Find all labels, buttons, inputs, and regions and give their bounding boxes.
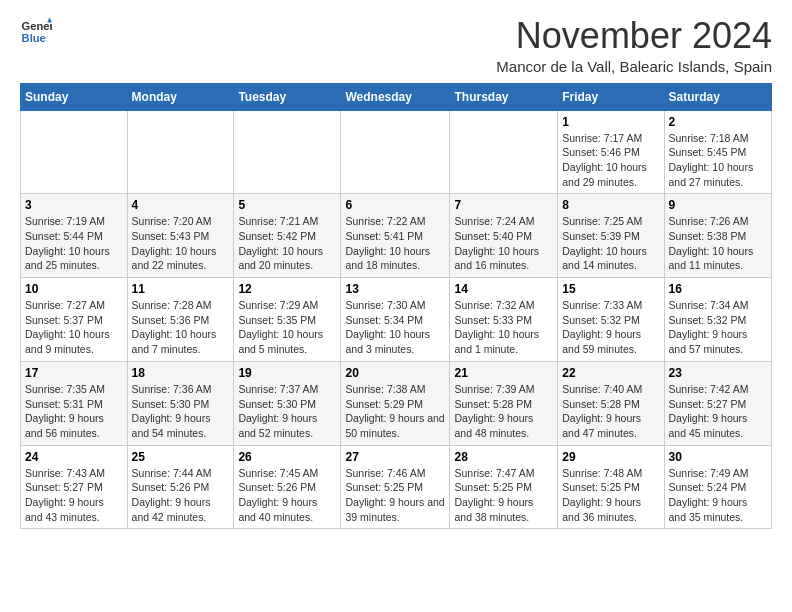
calendar-cell: 5Sunrise: 7:21 AM Sunset: 5:42 PM Daylig… bbox=[234, 194, 341, 278]
day-info: Sunrise: 7:18 AM Sunset: 5:45 PM Dayligh… bbox=[669, 131, 767, 190]
weekday-header-friday: Friday bbox=[558, 83, 664, 110]
calendar-cell: 13Sunrise: 7:30 AM Sunset: 5:34 PM Dayli… bbox=[341, 278, 450, 362]
calendar-cell: 1Sunrise: 7:17 AM Sunset: 5:46 PM Daylig… bbox=[558, 110, 664, 194]
day-number: 28 bbox=[454, 450, 553, 464]
day-number: 4 bbox=[132, 198, 230, 212]
day-info: Sunrise: 7:28 AM Sunset: 5:36 PM Dayligh… bbox=[132, 298, 230, 357]
day-number: 14 bbox=[454, 282, 553, 296]
calendar-cell bbox=[341, 110, 450, 194]
logo: General Blue bbox=[20, 16, 52, 48]
day-number: 7 bbox=[454, 198, 553, 212]
calendar-cell bbox=[450, 110, 558, 194]
day-info: Sunrise: 7:26 AM Sunset: 5:38 PM Dayligh… bbox=[669, 214, 767, 273]
day-info: Sunrise: 7:39 AM Sunset: 5:28 PM Dayligh… bbox=[454, 382, 553, 441]
day-info: Sunrise: 7:34 AM Sunset: 5:32 PM Dayligh… bbox=[669, 298, 767, 357]
weekday-header-row: SundayMondayTuesdayWednesdayThursdayFrid… bbox=[21, 83, 772, 110]
day-number: 9 bbox=[669, 198, 767, 212]
calendar-cell: 24Sunrise: 7:43 AM Sunset: 5:27 PM Dayli… bbox=[21, 445, 128, 529]
day-info: Sunrise: 7:20 AM Sunset: 5:43 PM Dayligh… bbox=[132, 214, 230, 273]
day-info: Sunrise: 7:47 AM Sunset: 5:25 PM Dayligh… bbox=[454, 466, 553, 525]
calendar-cell: 22Sunrise: 7:40 AM Sunset: 5:28 PM Dayli… bbox=[558, 361, 664, 445]
calendar-cell: 19Sunrise: 7:37 AM Sunset: 5:30 PM Dayli… bbox=[234, 361, 341, 445]
calendar-cell: 2Sunrise: 7:18 AM Sunset: 5:45 PM Daylig… bbox=[664, 110, 771, 194]
day-info: Sunrise: 7:21 AM Sunset: 5:42 PM Dayligh… bbox=[238, 214, 336, 273]
weekday-header-sunday: Sunday bbox=[21, 83, 128, 110]
calendar-cell: 25Sunrise: 7:44 AM Sunset: 5:26 PM Dayli… bbox=[127, 445, 234, 529]
calendar-cell: 3Sunrise: 7:19 AM Sunset: 5:44 PM Daylig… bbox=[21, 194, 128, 278]
calendar-cell: 16Sunrise: 7:34 AM Sunset: 5:32 PM Dayli… bbox=[664, 278, 771, 362]
day-info: Sunrise: 7:42 AM Sunset: 5:27 PM Dayligh… bbox=[669, 382, 767, 441]
day-number: 12 bbox=[238, 282, 336, 296]
calendar-table: SundayMondayTuesdayWednesdayThursdayFrid… bbox=[20, 83, 772, 530]
weekday-header-wednesday: Wednesday bbox=[341, 83, 450, 110]
day-info: Sunrise: 7:33 AM Sunset: 5:32 PM Dayligh… bbox=[562, 298, 659, 357]
calendar-cell: 8Sunrise: 7:25 AM Sunset: 5:39 PM Daylig… bbox=[558, 194, 664, 278]
day-number: 5 bbox=[238, 198, 336, 212]
calendar-cell bbox=[234, 110, 341, 194]
calendar-cell: 4Sunrise: 7:20 AM Sunset: 5:43 PM Daylig… bbox=[127, 194, 234, 278]
day-info: Sunrise: 7:27 AM Sunset: 5:37 PM Dayligh… bbox=[25, 298, 123, 357]
day-number: 3 bbox=[25, 198, 123, 212]
calendar-cell: 6Sunrise: 7:22 AM Sunset: 5:41 PM Daylig… bbox=[341, 194, 450, 278]
day-info: Sunrise: 7:17 AM Sunset: 5:46 PM Dayligh… bbox=[562, 131, 659, 190]
calendar-cell: 23Sunrise: 7:42 AM Sunset: 5:27 PM Dayli… bbox=[664, 361, 771, 445]
day-number: 1 bbox=[562, 115, 659, 129]
day-info: Sunrise: 7:46 AM Sunset: 5:25 PM Dayligh… bbox=[345, 466, 445, 525]
calendar-cell: 14Sunrise: 7:32 AM Sunset: 5:33 PM Dayli… bbox=[450, 278, 558, 362]
day-number: 13 bbox=[345, 282, 445, 296]
page-header: General Blue November 2024 Mancor de la … bbox=[20, 16, 772, 75]
calendar-cell: 18Sunrise: 7:36 AM Sunset: 5:30 PM Dayli… bbox=[127, 361, 234, 445]
day-info: Sunrise: 7:35 AM Sunset: 5:31 PM Dayligh… bbox=[25, 382, 123, 441]
calendar-cell: 20Sunrise: 7:38 AM Sunset: 5:29 PM Dayli… bbox=[341, 361, 450, 445]
day-info: Sunrise: 7:36 AM Sunset: 5:30 PM Dayligh… bbox=[132, 382, 230, 441]
day-info: Sunrise: 7:49 AM Sunset: 5:24 PM Dayligh… bbox=[669, 466, 767, 525]
calendar-cell: 12Sunrise: 7:29 AM Sunset: 5:35 PM Dayli… bbox=[234, 278, 341, 362]
calendar-cell: 29Sunrise: 7:48 AM Sunset: 5:25 PM Dayli… bbox=[558, 445, 664, 529]
weekday-header-tuesday: Tuesday bbox=[234, 83, 341, 110]
day-info: Sunrise: 7:25 AM Sunset: 5:39 PM Dayligh… bbox=[562, 214, 659, 273]
day-info: Sunrise: 7:38 AM Sunset: 5:29 PM Dayligh… bbox=[345, 382, 445, 441]
calendar-cell: 27Sunrise: 7:46 AM Sunset: 5:25 PM Dayli… bbox=[341, 445, 450, 529]
day-number: 19 bbox=[238, 366, 336, 380]
calendar-cell bbox=[127, 110, 234, 194]
day-number: 17 bbox=[25, 366, 123, 380]
weekday-header-saturday: Saturday bbox=[664, 83, 771, 110]
calendar-week-row: 1Sunrise: 7:17 AM Sunset: 5:46 PM Daylig… bbox=[21, 110, 772, 194]
day-number: 21 bbox=[454, 366, 553, 380]
day-number: 22 bbox=[562, 366, 659, 380]
calendar-cell: 17Sunrise: 7:35 AM Sunset: 5:31 PM Dayli… bbox=[21, 361, 128, 445]
calendar-cell: 7Sunrise: 7:24 AM Sunset: 5:40 PM Daylig… bbox=[450, 194, 558, 278]
day-info: Sunrise: 7:40 AM Sunset: 5:28 PM Dayligh… bbox=[562, 382, 659, 441]
calendar-cell: 10Sunrise: 7:27 AM Sunset: 5:37 PM Dayli… bbox=[21, 278, 128, 362]
day-number: 26 bbox=[238, 450, 336, 464]
calendar-cell: 11Sunrise: 7:28 AM Sunset: 5:36 PM Dayli… bbox=[127, 278, 234, 362]
calendar-week-row: 10Sunrise: 7:27 AM Sunset: 5:37 PM Dayli… bbox=[21, 278, 772, 362]
calendar-cell: 21Sunrise: 7:39 AM Sunset: 5:28 PM Dayli… bbox=[450, 361, 558, 445]
calendar-week-row: 17Sunrise: 7:35 AM Sunset: 5:31 PM Dayli… bbox=[21, 361, 772, 445]
day-info: Sunrise: 7:32 AM Sunset: 5:33 PM Dayligh… bbox=[454, 298, 553, 357]
calendar-cell: 9Sunrise: 7:26 AM Sunset: 5:38 PM Daylig… bbox=[664, 194, 771, 278]
calendar-week-row: 24Sunrise: 7:43 AM Sunset: 5:27 PM Dayli… bbox=[21, 445, 772, 529]
calendar-cell: 15Sunrise: 7:33 AM Sunset: 5:32 PM Dayli… bbox=[558, 278, 664, 362]
month-title: November 2024 bbox=[496, 16, 772, 56]
day-number: 30 bbox=[669, 450, 767, 464]
day-info: Sunrise: 7:19 AM Sunset: 5:44 PM Dayligh… bbox=[25, 214, 123, 273]
day-info: Sunrise: 7:22 AM Sunset: 5:41 PM Dayligh… bbox=[345, 214, 445, 273]
day-number: 6 bbox=[345, 198, 445, 212]
day-info: Sunrise: 7:37 AM Sunset: 5:30 PM Dayligh… bbox=[238, 382, 336, 441]
day-number: 25 bbox=[132, 450, 230, 464]
day-number: 8 bbox=[562, 198, 659, 212]
day-number: 24 bbox=[25, 450, 123, 464]
day-info: Sunrise: 7:30 AM Sunset: 5:34 PM Dayligh… bbox=[345, 298, 445, 357]
day-info: Sunrise: 7:43 AM Sunset: 5:27 PM Dayligh… bbox=[25, 466, 123, 525]
svg-text:Blue: Blue bbox=[22, 32, 46, 44]
day-number: 10 bbox=[25, 282, 123, 296]
day-info: Sunrise: 7:24 AM Sunset: 5:40 PM Dayligh… bbox=[454, 214, 553, 273]
calendar-cell: 26Sunrise: 7:45 AM Sunset: 5:26 PM Dayli… bbox=[234, 445, 341, 529]
day-info: Sunrise: 7:29 AM Sunset: 5:35 PM Dayligh… bbox=[238, 298, 336, 357]
calendar-cell: 28Sunrise: 7:47 AM Sunset: 5:25 PM Dayli… bbox=[450, 445, 558, 529]
day-number: 2 bbox=[669, 115, 767, 129]
location-subtitle: Mancor de la Vall, Balearic Islands, Spa… bbox=[496, 58, 772, 75]
day-number: 20 bbox=[345, 366, 445, 380]
day-number: 11 bbox=[132, 282, 230, 296]
